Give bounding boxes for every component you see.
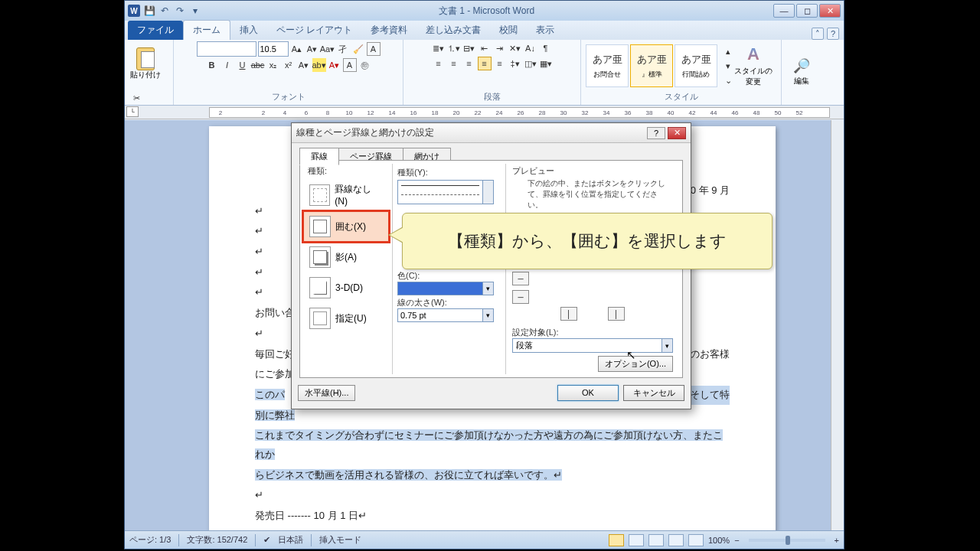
edge-right-button[interactable]: │ xyxy=(608,307,625,321)
subscript-button[interactable]: x₂ xyxy=(266,58,280,72)
ok-button[interactable]: OK xyxy=(557,385,619,401)
tab-layout[interactable]: ページ レイアウト xyxy=(267,21,361,40)
type-none[interactable]: 罫線なし(N) xyxy=(303,178,389,211)
width-combo[interactable]: 0.75 pt▾ xyxy=(397,308,494,322)
minimize-button[interactable]: — xyxy=(773,4,795,18)
redo-icon[interactable]: ↷ xyxy=(174,5,186,17)
maximize-button[interactable]: ◻ xyxy=(796,4,818,18)
status-lang[interactable]: 日本語 xyxy=(278,534,303,546)
line-style-list[interactable] xyxy=(397,180,494,204)
minimize-ribbon-icon[interactable]: ˄ xyxy=(812,28,824,40)
horizontal-ruler[interactable]: 2246810121416182022242628303234363840424… xyxy=(209,107,830,118)
superscript-button[interactable]: x² xyxy=(282,58,296,72)
shrink-font-icon[interactable]: A▾ xyxy=(305,42,319,56)
edge-bottom-button[interactable]: ─ xyxy=(512,290,529,304)
zoom-out-icon[interactable]: − xyxy=(734,536,739,545)
font-color-icon[interactable]: A▾ xyxy=(328,58,341,72)
tab-view[interactable]: 表示 xyxy=(527,21,564,40)
multilevel-icon[interactable]: ⊟▾ xyxy=(462,41,476,55)
asian-layout-icon[interactable]: ✕▾ xyxy=(508,41,522,55)
type-custom[interactable]: 指定(U) xyxy=(303,303,389,334)
status-zoom[interactable]: 100% xyxy=(708,536,730,545)
style-item-1[interactable]: あア亜』標準 xyxy=(630,44,673,87)
bold-button[interactable]: B xyxy=(205,58,219,72)
cancel-button[interactable]: キャンセル xyxy=(623,385,684,401)
style-gallery[interactable]: あア亜お問合せ あア亜』標準 あア亜行間詰め xyxy=(586,44,717,87)
highlight-icon[interactable]: ab▾ xyxy=(312,58,326,72)
editing-button[interactable]: 🔎 編集 xyxy=(786,48,817,96)
tab-references[interactable]: 参考資料 xyxy=(361,21,416,40)
clear-format-icon[interactable]: 🧹 xyxy=(351,42,365,56)
strike-button[interactable]: abc xyxy=(251,58,265,72)
align-left-icon[interactable]: ≡ xyxy=(432,57,446,70)
status-words[interactable]: 文字数: 152/742 xyxy=(187,534,247,546)
font-size-combo[interactable] xyxy=(258,41,289,57)
tab-file[interactable]: ファイル xyxy=(128,21,183,40)
status-mode[interactable]: 挿入モード xyxy=(319,534,361,546)
style-gallery-more-icon[interactable]: ⌄ xyxy=(721,73,735,87)
dialog-title-bar[interactable]: 線種とページ罫線と網かけの設定 ? ✕ xyxy=(292,123,691,143)
align-right-icon[interactable]: ≡ xyxy=(462,57,476,70)
enclose-char-icon[interactable]: ㊞ xyxy=(358,58,372,72)
edge-left-button[interactable]: │ xyxy=(560,307,577,321)
distribute-icon[interactable]: ≡ xyxy=(493,57,507,70)
status-proof-icon[interactable]: ✔ xyxy=(263,535,270,545)
tab-mailings[interactable]: 差し込み文書 xyxy=(416,21,490,40)
sort-icon[interactable]: A↓ xyxy=(524,41,537,55)
underline-button[interactable]: U xyxy=(236,58,250,72)
view-web[interactable] xyxy=(648,534,664,546)
style-gallery-up-icon[interactable]: ▴ xyxy=(721,44,735,58)
tab-borders[interactable]: 罫線 xyxy=(299,148,339,165)
paste-button[interactable]: 貼り付け xyxy=(129,41,162,89)
save-icon[interactable]: 💾 xyxy=(143,5,155,17)
tab-home[interactable]: ホーム xyxy=(183,20,230,40)
edge-top-button[interactable]: ─ xyxy=(512,272,529,285)
style-item-0[interactable]: あア亜お問合せ xyxy=(586,44,629,87)
zoom-slider[interactable] xyxy=(749,539,825,542)
dialog-help-button[interactable]: ? xyxy=(647,127,665,139)
shading-icon[interactable]: ◫▾ xyxy=(524,57,537,70)
help-icon[interactable]: ? xyxy=(827,28,839,40)
type-shadow[interactable]: 影(A) xyxy=(303,242,389,272)
char-shading-icon[interactable]: A xyxy=(343,58,357,72)
numbering-icon[interactable]: ⒈▾ xyxy=(447,41,461,55)
tab-insert[interactable]: 挿入 xyxy=(230,21,267,40)
text-effects-icon[interactable]: A▾ xyxy=(297,58,311,72)
phonetic-guide-icon[interactable]: 孑 xyxy=(336,42,350,56)
decrease-indent-icon[interactable]: ⇤ xyxy=(478,41,492,55)
ruler-corner[interactable]: └ xyxy=(126,106,139,117)
type-3d[interactable]: 3-D(D) xyxy=(303,272,389,303)
horizontal-line-button[interactable]: 水平線(H)... xyxy=(298,385,355,401)
close-button[interactable]: ✕ xyxy=(819,4,841,18)
grow-font-icon[interactable]: A▴ xyxy=(290,42,304,56)
show-marks-icon[interactable]: ¶ xyxy=(539,41,553,55)
cut-icon[interactable]: ✂ xyxy=(129,91,143,105)
view-print-layout[interactable] xyxy=(609,534,624,546)
increase-indent-icon[interactable]: ⇥ xyxy=(493,41,507,55)
align-center-icon[interactable]: ≡ xyxy=(447,57,461,70)
style-gallery-down-icon[interactable]: ▾ xyxy=(721,59,735,73)
bullets-icon[interactable]: ≣▾ xyxy=(432,41,446,55)
tab-review[interactable]: 校閲 xyxy=(490,21,527,40)
line-spacing-icon[interactable]: ‡▾ xyxy=(508,57,522,70)
justify-icon[interactable]: ≡ xyxy=(478,57,492,70)
char-border-icon[interactable]: A xyxy=(367,42,381,56)
options-button[interactable]: オプション(O)... xyxy=(598,356,673,372)
status-page[interactable]: ページ: 1/3 xyxy=(129,534,171,546)
borders-icon[interactable]: ▦▾ xyxy=(539,57,553,70)
view-outline[interactable] xyxy=(668,534,684,546)
color-combo[interactable]: ▾ xyxy=(397,282,494,295)
italic-button[interactable]: I xyxy=(220,58,234,72)
type-box[interactable]: 囲む(X) xyxy=(303,211,389,242)
style-item-2[interactable]: あア亜行間詰め xyxy=(675,44,717,87)
qat-dropdown-icon[interactable]: ▾ xyxy=(189,5,201,17)
undo-icon[interactable]: ↶ xyxy=(158,5,171,17)
zoom-in-icon[interactable]: + xyxy=(835,536,839,545)
vertical-scrollbar[interactable] xyxy=(831,120,844,530)
change-styles-button[interactable]: A スタイルの 変更 xyxy=(737,42,769,90)
view-draft[interactable] xyxy=(688,534,704,546)
view-full-screen[interactable] xyxy=(629,534,644,546)
apply-to-combo[interactable]: 段落▾ xyxy=(512,338,673,353)
change-case-icon[interactable]: Aa▾ xyxy=(321,42,335,56)
font-name-combo[interactable] xyxy=(197,41,256,57)
